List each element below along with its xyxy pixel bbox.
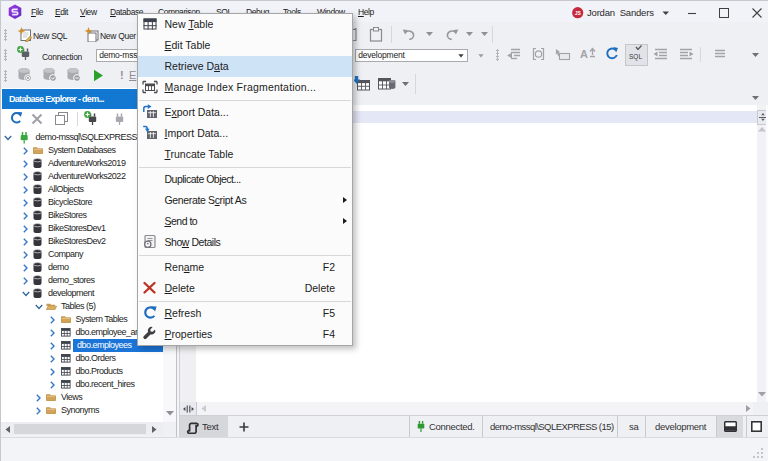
svg-text:JS: JS xyxy=(575,10,582,16)
svg-text:A: A xyxy=(580,48,588,60)
svg-text:SQL: SQL xyxy=(629,53,642,61)
